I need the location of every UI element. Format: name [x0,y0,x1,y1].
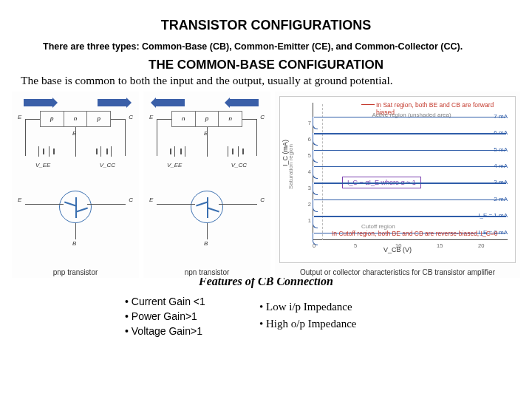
figure-row: p n p E C B V_EE V_CC [0,92,532,278]
battery-vee-icon [161,146,195,161]
supply-vee-label: V_EE [35,162,50,168]
feature-item: • Voltage Gain>1 [125,324,250,338]
npn-seg-1: p [196,112,219,126]
graph-area: I_C (mA) V_CB (V) In Sat region, both BE… [279,96,516,263]
graph-xtick: 10 [395,242,401,249]
features-col-1: • Current Gain <1 • Power Gain>1 • Volta… [125,294,250,339]
arrow-ic-icon [229,99,259,106]
graph-curve-label: 2 mA [494,196,508,202]
graph-note-cutoff: In Cutoff region, both BE and CB are rev… [332,230,498,237]
terminal-c-label-2: C [260,197,265,203]
page-title: TRANSISTOR CONFIGURATIONS [0,0,532,41]
arrow-ie-icon [24,99,53,106]
terminal-e-label: E [149,114,153,120]
arrow-ie-icon [155,99,185,106]
npn-block: n p n [171,111,242,127]
pnp-seg-0: p [41,112,64,126]
supply-vcc-label: V_CC [100,162,115,168]
terminal-b-label-2: B [204,240,208,247]
npn-seg-0: n [172,112,196,126]
graph-ytick: 1 [298,217,311,224]
graph-curve: 3 mA [314,183,506,183]
graph-curve-label: 6 mA [494,129,508,136]
terminal-c-label: C [260,114,265,120]
arrow-ic-icon [98,99,127,106]
pnp-block: p n p [40,111,111,127]
pnp-symbol-icon [59,191,92,223]
graph-curve-label: 4 mA [494,163,508,169]
section-description: The base is common to both the input and… [0,74,532,92]
battery-vcc-icon [87,146,121,161]
graph-ytick: 6 [298,136,311,143]
terminal-c-label-2: C [129,197,133,203]
graph-ytick: 2 [298,201,311,208]
graph-region-cutoff: Cutoff region [361,223,395,230]
graph-curve-label: I_E = 1 mA [478,212,508,219]
graph-ytick: 3 [298,185,311,191]
terminal-e-label: E [18,114,21,120]
graph-curve: 6 mA [314,133,506,134]
npn-symbol-icon [191,191,223,223]
graph-ytick: 7 [298,120,311,126]
section-subtitle: THE COMMON-BASE CONFIGURATION [0,56,532,74]
graph-xtick: 15 [437,242,443,249]
graph-xtick: 5 [354,242,357,249]
graph-ytick: 4 [298,168,311,175]
graph-caption: Output or collector characteristics for … [275,268,520,276]
graph-xtick: 20 [478,242,484,249]
features-col-2: • Low i/p Impedance • High o/p Impedance [259,294,407,339]
battery-vcc-icon [219,146,253,161]
feature-item: • Power Gain>1 [125,309,250,324]
terminal-e-label-2: E [18,197,21,203]
supply-vee-label: V_EE [167,162,182,168]
supply-vcc-label: V_CC [231,162,247,168]
pnp-seg-1: n [64,112,88,126]
pnp-caption: pnp transistor [12,268,139,276]
battery-vee-icon [30,146,64,161]
npn-seg-2: n [219,112,242,126]
feature-item: • Current Gain <1 [125,294,250,309]
graph-curve: I_E = 1 mA [314,216,506,216]
terminal-c-label: C [129,114,133,120]
diagram-output-characteristics: I_C (mA) V_CB (V) In Sat region, both BE… [275,92,520,278]
diagram-npn: n p n E C B V_EE V_CC [143,92,270,278]
pnp-seg-2: p [87,112,110,126]
graph-curve: 2 mA [314,200,506,200]
graph-ytick: 5 [298,152,311,159]
npn-caption: npn transistor [143,268,270,276]
graph-curve-label: 3 mA [494,179,508,185]
terminal-e-label-2: E [149,197,153,203]
graph-region-sat: Saturation region [287,144,294,189]
feature-item: • Low i/p Impedance [259,299,407,316]
diagram-pnp: p n p E C B V_EE V_CC [12,92,139,278]
graph-curve-label: 7 mA [494,113,508,120]
terminal-b-label-2: B [72,240,76,247]
intro-text: There are three types: Common-Base (CB),… [13,41,532,56]
graph-curve: 7 mA [314,117,506,117]
graph-curve: 4 mA [314,166,506,167]
feature-item: • High o/p Impedance [259,316,407,332]
graph-xtick: 0 [313,242,316,249]
graph-curve: 5 mA [314,150,506,151]
features-columns: • Current Gain <1 • Power Gain>1 • Volta… [0,288,532,339]
graph-curve-label: 5 mA [494,146,508,153]
